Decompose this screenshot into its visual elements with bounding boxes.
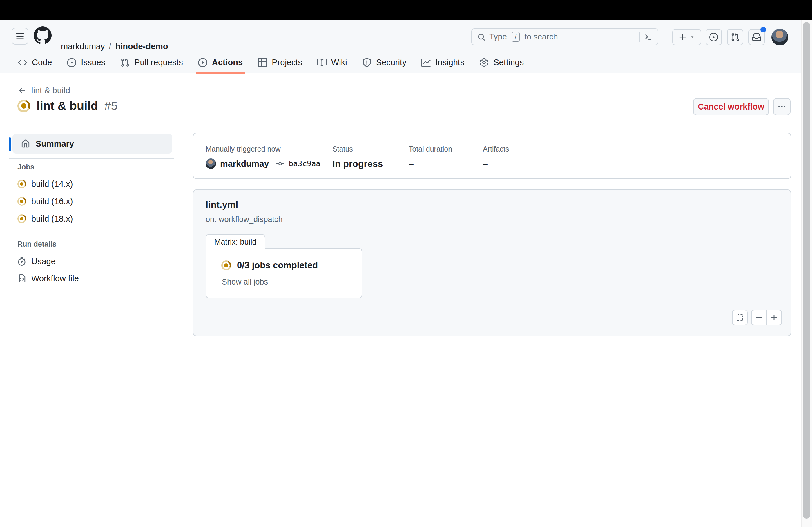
sidebar-item-workflow-file[interactable]: Workflow file: [13, 270, 172, 287]
duration-value: –: [409, 159, 452, 169]
tab-issues[interactable]: Issues: [59, 51, 113, 73]
tab-label: Issues: [81, 58, 105, 67]
global-nav-menu-button[interactable]: [12, 28, 28, 45]
file-code-icon: [17, 274, 26, 283]
zoom-out-button[interactable]: [752, 310, 766, 325]
status-label: Status: [332, 145, 383, 153]
job-label: build (16.x): [31, 197, 73, 206]
issue-opened-icon: [67, 58, 76, 67]
matrix-build-card[interactable]: 0/3 jobs completed Show all jobs: [206, 248, 362, 298]
tab-wiki[interactable]: Wiki: [310, 51, 355, 73]
tab-code[interactable]: Code: [11, 51, 59, 73]
artifacts-value: –: [483, 159, 509, 169]
tab-projects[interactable]: Projects: [250, 51, 310, 73]
arrow-left-icon: [18, 86, 27, 95]
zoom-in-button[interactable]: [766, 310, 781, 325]
scrollbar-thumb[interactable]: [803, 22, 810, 518]
tab-security[interactable]: Security: [355, 51, 414, 73]
github-mark-icon: [34, 26, 52, 44]
search-icon: [477, 33, 485, 41]
code-icon: [18, 58, 27, 67]
breadcrumb-repo[interactable]: hinode-demo: [115, 42, 168, 51]
duration-label: Total duration: [409, 145, 452, 153]
tab-label: Wiki: [331, 58, 347, 67]
run-title-row: lint & build #5: [17, 99, 117, 113]
breadcrumb-separator: /: [109, 42, 111, 51]
run-number: #5: [104, 99, 118, 113]
back-link[interactable]: lint & build: [18, 86, 70, 95]
sidebar-item-usage[interactable]: Usage: [13, 253, 172, 269]
github-logo[interactable]: [34, 26, 52, 44]
matrix-build-tab[interactable]: Matrix: build: [206, 234, 265, 249]
sidebar-job-build-18x[interactable]: build (18.x): [13, 211, 172, 227]
header-divider: [666, 31, 666, 43]
run-options-button[interactable]: [773, 98, 791, 115]
tab-actions[interactable]: Actions: [190, 51, 250, 73]
git-pull-request-icon: [731, 33, 740, 42]
cancel-workflow-label: Cancel workflow: [698, 102, 765, 111]
run-summary-card: Manually triggered now markdumay ba3c9aa…: [193, 133, 791, 179]
sidebar-item-summary[interactable]: Summary: [13, 134, 172, 153]
duration-column: Total duration –: [409, 145, 452, 169]
tab-label: Code: [32, 58, 52, 67]
stopwatch-icon: [17, 257, 26, 266]
slash-keycap: /: [511, 32, 520, 42]
inbox-icon: [752, 33, 761, 42]
job-label: build (14.x): [31, 179, 73, 189]
tab-settings[interactable]: Settings: [472, 51, 531, 73]
zoom-controls: [751, 310, 782, 325]
breadcrumb-owner[interactable]: markdumay: [61, 42, 105, 51]
home-icon: [21, 139, 30, 148]
actor-avatar[interactable]: [206, 159, 216, 169]
three-bars-icon: [16, 32, 24, 41]
tab-label: Settings: [493, 58, 524, 67]
tab-label: Projects: [272, 58, 302, 67]
graph-controls: [732, 310, 782, 325]
workflow-trigger: on: workflow_dispatch: [206, 215, 283, 224]
tab-insights[interactable]: Insights: [414, 51, 472, 73]
workflow-graph-card: lint.yml on: workflow_dispatch Matrix: b…: [193, 190, 791, 336]
header-pull-requests-button[interactable]: [727, 29, 743, 45]
in-progress-icon: [17, 214, 26, 223]
status-column: Status In progress: [332, 145, 383, 169]
usage-label: Usage: [31, 257, 56, 266]
back-label: lint & build: [31, 86, 70, 95]
tab-pull-requests[interactable]: Pull requests: [113, 51, 190, 73]
workflow-file-label: Workflow file: [31, 274, 79, 283]
job-label: build (18.x): [31, 214, 73, 224]
page-title: lint & build: [37, 99, 98, 113]
trigger-column: Manually triggered now markdumay ba3c9aa: [206, 145, 320, 169]
matrix-tab-label: Matrix: build: [214, 238, 257, 246]
run-details-heading: Run details: [17, 240, 57, 248]
sidebar-job-build-16x[interactable]: build (16.x): [13, 193, 172, 209]
issue-opened-icon: [709, 33, 718, 42]
top-black-strip: [0, 0, 812, 20]
git-pull-request-icon: [120, 58, 130, 67]
shield-icon: [362, 58, 372, 67]
minus-icon: [755, 314, 763, 321]
show-all-jobs-link[interactable]: Show all jobs: [222, 277, 362, 287]
kebab-horizontal-icon: [778, 102, 786, 111]
graph-icon: [421, 58, 431, 67]
search-placeholder-prefix: Type: [489, 32, 507, 42]
user-avatar[interactable]: [771, 29, 788, 45]
artifacts-column: Artifacts –: [483, 145, 509, 169]
command-palette-icon[interactable]: [644, 32, 652, 41]
sidebar-active-indicator: [9, 137, 11, 151]
cancel-workflow-button[interactable]: Cancel workflow: [693, 98, 769, 115]
sidebar-summary-label: Summary: [36, 139, 74, 149]
tab-label: Security: [376, 58, 407, 67]
header-issues-button[interactable]: [706, 29, 722, 45]
search-input[interactable]: Type / to search: [471, 28, 658, 45]
git-commit-icon: [276, 159, 285, 168]
search-divider: [639, 32, 640, 42]
in-progress-icon: [221, 260, 231, 270]
plus-icon: [679, 33, 687, 41]
actor-name[interactable]: markdumay: [220, 159, 269, 169]
fullscreen-button[interactable]: [732, 310, 748, 325]
tab-label: Pull requests: [134, 58, 183, 67]
status-value: In progress: [332, 159, 383, 169]
commit-hash[interactable]: ba3c9aa: [289, 159, 320, 168]
create-new-button[interactable]: [672, 29, 701, 45]
sidebar-job-build-14x[interactable]: build (14.x): [13, 176, 172, 192]
